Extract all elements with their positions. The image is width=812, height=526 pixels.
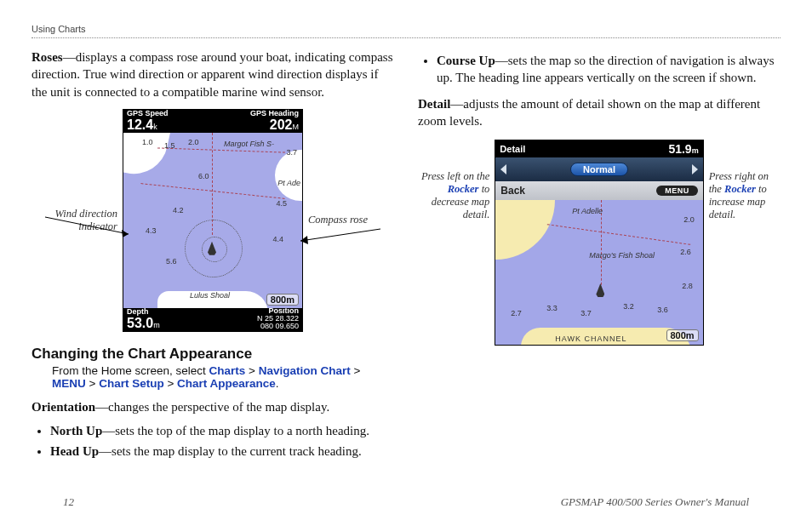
orientation-options: North Up—sets the top of the map display…: [31, 422, 394, 460]
depth-sounding: 3.6: [657, 306, 668, 314]
map-area-1: 1.0 1.5 2.0 3.7 4.2 4.3 5.6 6.0 4.5 4.4 …: [123, 133, 302, 308]
roses-term: Roses: [31, 50, 63, 64]
chevron-right-icon[interactable]: [692, 164, 698, 174]
depth-sounding: 1.5: [164, 141, 175, 150]
orientation-term: Orientation: [31, 400, 95, 414]
map-label: HAWK CHANNEL: [555, 334, 626, 343]
depth-label: Depth: [127, 308, 160, 316]
map-scale: 800m: [666, 329, 699, 341]
depth-sounding: 2.0: [188, 138, 199, 146]
map-label: Margot Fish S-: [224, 140, 274, 148]
map-label: Margo's Fish Shoal: [589, 251, 655, 260]
top-bar: GPS Speed 12.4k GPS Heading 202M: [123, 110, 302, 133]
course-up-term: Course Up: [437, 54, 495, 67]
left-column: Roses—displays a compass rose around you…: [31, 49, 394, 469]
nav-path: From the Home screen, select Charts > Na…: [52, 364, 394, 390]
caption-rocker-left: Press left on the Rocker to decrease map…: [418, 140, 489, 221]
gps-heading-label: GPS Heading: [250, 110, 299, 117]
gps-heading-unit: M: [293, 123, 300, 131]
depth-sounding: 4.2: [173, 206, 184, 214]
nav-step: Chart Setup: [99, 377, 164, 390]
rocker-key: Rocker: [448, 183, 479, 195]
section-header: Using Charts: [31, 24, 781, 38]
detail-text: —adjusts the amount of detail shown on t…: [418, 97, 760, 128]
detail-header-unit: m: [692, 146, 699, 155]
depth-sounding: 2.7: [511, 309, 522, 317]
figure-compass-rose: Wind direction indicator GPS Speed 12.4k…: [31, 109, 394, 332]
caption-rocker-right: Press right on the Rocker to increase ma…: [709, 140, 781, 221]
detail-term: Detail: [418, 97, 450, 111]
depth-sounding: 2.0: [683, 215, 695, 224]
detail-header: Detail 51.9m: [495, 140, 702, 157]
list-item: North Up—sets the top of the map display…: [50, 422, 394, 439]
gps-heading-value: 202: [270, 117, 293, 132]
head-up-text: —sets the map display to the current tra…: [99, 444, 362, 458]
nav-step: MENU: [52, 377, 86, 390]
list-item: Head Up—sets the map display to the curr…: [50, 443, 394, 460]
list-item: Course Up—sets the map so the direction …: [437, 52, 781, 87]
back-row: Back MENU: [495, 181, 702, 200]
svg-marker-1: [122, 230, 129, 237]
figure-detail-selector: Press left on the Rocker to decrease map…: [418, 140, 781, 346]
depth-sounding: 1.0: [142, 138, 153, 146]
nav-step: Navigation Chart: [259, 364, 351, 377]
navpath-prefix: From the Home screen, select: [52, 364, 209, 377]
manual-title: GPSMAP 400/500 Series Owner's Manual: [561, 495, 749, 509]
svg-marker-3: [300, 236, 308, 244]
orientation-paragraph: Orientation—changes the perspective of t…: [31, 398, 394, 415]
boat-icon: [596, 283, 604, 297]
bottom-bar: Depth 53.0m Position N 25 28.322 080 09.…: [123, 308, 302, 331]
position-lon: 080 09.650: [257, 323, 299, 330]
nav-step: Chart Appearance: [177, 377, 276, 390]
depth-sounding: 4.4: [272, 235, 283, 243]
detail-selector[interactable]: Normal: [495, 157, 702, 181]
detail-paragraph: Detail—adjusts the amount of detail show…: [418, 95, 781, 130]
north-up-text: —sets the top of the map display to a no…: [102, 424, 369, 437]
detail-level-pill[interactable]: Normal: [570, 163, 628, 176]
map-label: Lulus Shoal: [190, 291, 230, 300]
chart-screenshot-1: GPS Speed 12.4k GPS Heading 202M 1.0: [123, 109, 303, 332]
depth-sounding: 3.2: [623, 302, 634, 311]
heading-chart-appearance: Changing the Chart Appearance: [31, 346, 394, 363]
map-label: Pt Adelle: [572, 207, 603, 215]
chevron-left-icon[interactable]: [500, 164, 506, 174]
head-up-term: Head Up: [50, 444, 99, 458]
detail-header-label: Detail: [500, 144, 525, 154]
detail-header-value: 51.9: [668, 142, 691, 156]
map-label: Pt Ade: [277, 179, 300, 187]
menu-button[interactable]: MENU: [656, 186, 698, 196]
back-button[interactable]: Back: [500, 185, 525, 197]
depth-sounding: 2.6: [680, 248, 691, 256]
depth-sounding: 3.3: [546, 304, 558, 312]
page-footer: 12 GPSMAP 400/500 Series Owner's Manual: [63, 495, 749, 509]
gps-speed-value: 12.4: [127, 117, 153, 132]
nav-step: Charts: [209, 364, 246, 377]
depth-sounding: 4.3: [146, 226, 157, 235]
depth-value: 53.0: [127, 316, 153, 330]
depth-unit: m: [153, 321, 160, 329]
orientation-options-cont: Course Up—sets the map so the direction …: [418, 52, 781, 87]
chart-screenshot-2: Detail 51.9m Normal Back MENU: [495, 140, 703, 346]
gps-speed-label: GPS Speed: [127, 110, 169, 117]
depth-sounding: 4.5: [276, 199, 287, 208]
depth-sounding: 5.6: [166, 257, 177, 266]
map-area-2: 2.0 2.6 2.8 2.7 3.3 3.7 3.2 3.6 Pt Adell…: [495, 200, 702, 345]
gps-speed-unit: k: [153, 123, 157, 131]
depth-sounding: 6.0: [198, 172, 209, 180]
page-number: 12: [63, 495, 74, 509]
right-column: Course Up—sets the map so the direction …: [418, 49, 781, 469]
depth-sounding: 3.7: [580, 309, 592, 317]
orientation-text: —changes the perspective of the map disp…: [95, 400, 329, 414]
map-scale: 800m: [266, 294, 299, 306]
depth-sounding: 2.8: [682, 282, 693, 290]
depth-sounding: 3.7: [286, 148, 297, 157]
svg-line-0: [45, 217, 129, 234]
roses-text: —displays a compass rose around your boa…: [31, 50, 393, 99]
roses-paragraph: Roses—displays a compass rose around you…: [31, 49, 394, 100]
north-up-term: North Up: [50, 424, 102, 437]
rocker-key: Rocker: [724, 183, 756, 195]
svg-line-2: [300, 229, 380, 241]
